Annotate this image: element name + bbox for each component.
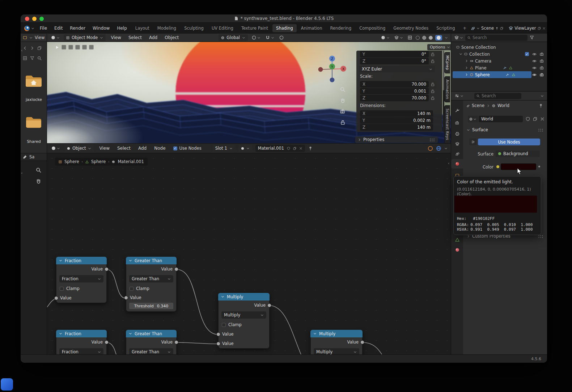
workspace-tab-layout[interactable]: Layout <box>132 24 153 32</box>
filebrowser-view-menu[interactable]: View <box>35 35 45 40</box>
editor-type-button[interactable] <box>50 34 61 41</box>
outliner-row-camera[interactable]: Camera <box>451 57 547 64</box>
shader-menu-node[interactable]: Node <box>152 145 168 152</box>
input-socket[interactable] <box>54 296 58 300</box>
disable-render-icon[interactable] <box>540 59 544 63</box>
nav-back-icon[interactable] <box>23 46 27 50</box>
viewport-menu-view[interactable]: View <box>109 34 123 41</box>
lock-icon[interactable] <box>431 52 435 56</box>
copy-world-icon[interactable] <box>533 117 537 121</box>
node-header[interactable]: Multiply <box>218 293 270 301</box>
tab-physics[interactable] <box>451 235 463 244</box>
transform-orientation-dropdown[interactable]: Global <box>219 34 248 41</box>
gizmo-x-negative[interactable] <box>318 67 323 72</box>
checkbox-checked-icon[interactable]: ✓ <box>173 146 177 150</box>
menu-window[interactable]: Window <box>89 25 113 32</box>
tab-scene[interactable] <box>451 149 463 158</box>
material-name-field[interactable]: Material.001 <box>255 145 305 152</box>
collapse-icon[interactable] <box>59 259 62 262</box>
scale-y-field[interactable]: Y 0.001 <box>360 88 429 94</box>
workspace-tab-scripting[interactable]: Scripting <box>433 24 458 32</box>
shading-solid-icon[interactable] <box>422 36 426 40</box>
folder-shared-label[interactable]: Shared <box>21 139 47 144</box>
shading-wireframe-icon[interactable] <box>416 36 420 40</box>
remove-viewlayer-icon[interactable] <box>542 27 546 30</box>
workspace-tab-rendering[interactable]: Rendering <box>326 24 355 32</box>
workspace-tab-geometry-nodes[interactable]: Geometry Nodes <box>390 24 432 32</box>
surface-value-dropdown[interactable]: Background <box>496 150 540 157</box>
shader-node-canvas[interactable]: Sphere › Sphere › Material.001 <box>47 153 451 354</box>
collapse-icon[interactable] <box>129 259 132 262</box>
use-nodes-toggle[interactable]: ✓ Use Nodes <box>173 146 202 151</box>
workspace-tab-animation[interactable]: Animation <box>297 24 326 32</box>
viewport-zoom-icon[interactable] <box>340 87 346 92</box>
node-header[interactable]: Fraction <box>56 330 107 337</box>
gizmo-z-negative[interactable] <box>330 78 335 82</box>
dimension-y-field[interactable]: Y 0.002 m <box>360 117 433 124</box>
node-fraction-1[interactable]: Fraction Value Fraction Clamp Value <box>56 257 107 303</box>
copy-viewlayer-icon[interactable] <box>538 27 541 30</box>
collection-checkbox[interactable]: ✓ <box>525 52 529 56</box>
zoom-window-button[interactable] <box>39 17 44 21</box>
minimize-window-button[interactable] <box>32 17 37 21</box>
select-extend-icon[interactable] <box>68 45 73 50</box>
shader-type-dropdown[interactable]: Object <box>64 145 94 152</box>
navigation-gizmo[interactable]: Z Y X <box>318 54 348 85</box>
workspace-tab-texture-paint[interactable]: Texture Paint <box>238 24 272 32</box>
collapse-icon[interactable] <box>129 332 132 335</box>
drag-grip-icon[interactable] <box>538 128 544 132</box>
filter-files-icon[interactable] <box>30 56 34 60</box>
pin-icon[interactable] <box>308 146 313 150</box>
hide-eye-icon[interactable] <box>532 59 537 63</box>
display-grid-icon[interactable] <box>23 56 27 60</box>
region-collapse-icon[interactable]: ‹ <box>21 171 22 175</box>
mode-dropdown[interactable]: Object Mode <box>64 34 106 41</box>
snapping-icon[interactable] <box>428 146 433 151</box>
hide-eye-icon[interactable] <box>532 52 537 56</box>
folder-icon[interactable] <box>23 35 27 40</box>
drag-grip-icon[interactable] <box>429 138 435 141</box>
disable-render-icon[interactable] <box>540 66 544 70</box>
viewport-3d[interactable]: Options Z Y X Y 0° <box>47 42 451 143</box>
rotation-z-field[interactable]: Z 0° <box>360 58 429 64</box>
world-browse-dropdown[interactable] <box>468 116 478 122</box>
outliner-search[interactable] <box>465 35 527 41</box>
editor-type-button[interactable] <box>455 94 463 98</box>
lock-icon[interactable] <box>431 82 435 86</box>
tab-view-layer[interactable] <box>451 139 463 149</box>
select-new-icon[interactable] <box>62 45 66 50</box>
menu-file[interactable]: File <box>37 25 50 32</box>
output-socket[interactable] <box>360 340 364 344</box>
dock-app-icon[interactable] <box>1 378 13 391</box>
operation-dropdown[interactable]: Fraction <box>59 275 103 282</box>
select-subtract-icon[interactable] <box>75 45 80 50</box>
output-socket[interactable] <box>174 267 178 271</box>
operation-dropdown[interactable]: Multiply <box>314 348 359 354</box>
lock-icon[interactable] <box>431 59 435 63</box>
outliner-row-sphere[interactable]: Sphere <box>451 71 547 78</box>
breadcrumb-world[interactable]: World <box>497 103 509 108</box>
expand-icon[interactable] <box>459 52 462 56</box>
material-browse-dropdown[interactable] <box>238 145 252 152</box>
output-socket[interactable] <box>267 303 271 307</box>
fake-user-shield-icon[interactable] <box>287 147 290 150</box>
node-header[interactable]: Greater Than <box>126 330 177 337</box>
expand-icon[interactable] <box>465 66 468 69</box>
menu-render[interactable]: Render <box>67 25 89 32</box>
tab-render[interactable] <box>451 118 463 128</box>
sidebar-tab-animation[interactable]: Animation <box>444 76 450 103</box>
node-multiply-1[interactable]: Multiply Value Multiply Clamp Value Valu… <box>218 293 270 349</box>
workspace-tab-shading[interactable]: Shading <box>272 24 297 32</box>
output-socket[interactable] <box>174 340 178 344</box>
outliner-search-input[interactable] <box>473 35 525 40</box>
operation-dropdown[interactable]: Multiply <box>221 311 266 319</box>
material-slot-dropdown[interactable]: Slot 1 <box>213 145 235 152</box>
node-greater-than-1[interactable]: Greater Than Value Greater Than Clamp Va… <box>126 257 177 312</box>
workspace-tab-sculpting[interactable]: Sculpting <box>181 24 207 32</box>
scene-selector[interactable]: Scene <box>471 26 503 31</box>
outliner-row-plane[interactable]: Plane <box>451 64 547 71</box>
show-gizmo-button[interactable] <box>380 34 391 41</box>
node-greater-than-2[interactable]: Greater Than Value Greater Than <box>126 330 177 354</box>
properties-search[interactable] <box>474 93 521 99</box>
workspace-tab-modeling[interactable]: Modeling <box>154 24 180 32</box>
